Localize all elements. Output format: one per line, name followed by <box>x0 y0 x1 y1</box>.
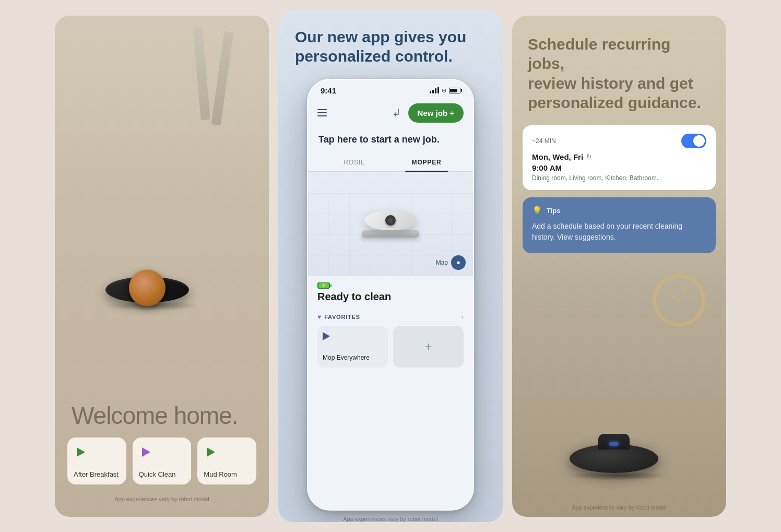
lightning-icon: ⚡ <box>321 282 327 288</box>
chevron-right-icon: › <box>462 313 464 321</box>
clock-hand-hour <box>666 292 680 301</box>
robot-disc-1 <box>129 269 165 306</box>
battery-fill <box>450 89 457 92</box>
fav-label-mud-room: Mud Room <box>204 470 237 478</box>
mopper-pad <box>362 230 419 238</box>
chair-leg-1 <box>211 31 234 125</box>
phone-status-bar: 9:41 ⊛ <box>308 80 473 99</box>
panel3-headline: Schedule recurring jobs, review history … <box>512 34 726 125</box>
panel3-app-note: App experiences vary by robot model <box>512 504 726 511</box>
tab-mopper[interactable]: MOPPER <box>390 153 463 171</box>
tips-text: Add a schedule based on your recent clea… <box>532 221 706 243</box>
panel2-headline: Our new app gives you personalized contr… <box>278 27 503 79</box>
play-icon-quick-clean <box>139 445 153 459</box>
chair-leg-2 <box>193 26 210 120</box>
repeat-icon: ↻ <box>586 153 591 160</box>
fav-item-label-mop: Mop Everywhere <box>323 354 370 361</box>
welcome-text: Welcome home. <box>55 403 269 438</box>
map-label: Map <box>436 259 448 266</box>
lightbulb-icon: 💡 <box>532 206 542 216</box>
fav-card-mud-room[interactable]: Mud Room <box>197 438 256 484</box>
fav-card-quick-clean[interactable]: Quick Clean <box>133 438 192 484</box>
map-pin-icon: ● <box>451 255 466 270</box>
ready-status: Ready to clean <box>317 291 464 303</box>
play-triangle-mud <box>207 447 215 457</box>
tips-header: 💡 Tips <box>532 206 706 216</box>
tab-rosie[interactable]: ROSIE <box>318 153 390 171</box>
clock-decoration <box>653 274 705 326</box>
new-job-button[interactable]: New job + <box>408 103 464 123</box>
mopper-center-dot <box>385 215 396 226</box>
schedule-days-row: Mon, Wed, Fri ↻ <box>532 152 706 161</box>
hamburger-icon[interactable] <box>317 109 327 116</box>
fav-items-row: Mop Everywhere + <box>317 326 464 368</box>
tips-card: 💡 Tips Add a schedule based on your rece… <box>523 197 716 253</box>
tap-hint-text: Tap here to start a new job. <box>308 128 473 153</box>
phone-nav-bar: ↳ New job + <box>308 99 473 128</box>
schedule-days-text: Mon, Wed, Fri <box>532 152 583 161</box>
fav-card-after-breakfast[interactable]: After Breakfast <box>67 438 126 484</box>
robot-vacuum-1 <box>105 277 199 311</box>
panel-welcome: Welcome home. After Breakfast Quick Clea… <box>55 16 269 517</box>
fav-label-quick-clean: Quick Clean <box>139 470 176 478</box>
battery-status-row: ⚡ <box>317 282 464 289</box>
heart-icon: ♥ <box>317 313 321 321</box>
wifi-icon: ⊛ <box>442 87 446 94</box>
panel-schedule: Schedule recurring jobs, review history … <box>512 16 726 517</box>
robot-3 <box>570 444 669 480</box>
mopper-robot-area: Map ● <box>308 172 473 276</box>
panel3-lower <box>512 264 726 517</box>
play-icon-mud-room <box>204 445 218 459</box>
panel-app-control: Our new app gives you personalized contr… <box>278 10 503 522</box>
clock-circle <box>653 274 705 326</box>
battery-charging-icon: ⚡ <box>317 282 330 289</box>
robot-top-3 <box>598 434 630 450</box>
toggle-switch[interactable] <box>681 134 706 148</box>
fav-item-add[interactable]: + <box>393 326 464 368</box>
play-triangle-green <box>77 447 85 457</box>
panel2-app-note: App experiences vary by robot model <box>343 511 438 522</box>
phone-status-section: ⚡ Ready to clean <box>308 276 473 308</box>
phone-mockup: 9:41 ⊛ ↳ New job + Tap here to start a n… <box>307 79 474 511</box>
mopper-robot <box>362 210 419 238</box>
tips-label: Tips <box>547 207 561 215</box>
fav-label-after-breakfast: After Breakfast <box>74 470 119 478</box>
favorites-header[interactable]: ♥ FAVORITES › <box>317 308 464 326</box>
fav-header-left: ♥ FAVORITES <box>317 313 360 321</box>
battery-icon <box>449 88 460 93</box>
signal-bars-icon <box>430 87 439 93</box>
map-button[interactable]: Map ● <box>436 255 466 270</box>
robot-eye-3 <box>609 442 619 446</box>
status-icons: ⊛ <box>430 87 460 94</box>
play-icon-after-breakfast <box>74 445 88 459</box>
panel1-app-note: App experiences vary by robot model <box>55 491 269 502</box>
schedule-rooms: Dining room, Living room, Kitchen, Bathr… <box>532 174 706 182</box>
phone-favorites-section: ♥ FAVORITES › Mop Everywhere + <box>308 308 473 374</box>
clock-hand-minute <box>679 283 689 300</box>
play-icon-mop-everywhere <box>323 332 330 340</box>
fav-header-label: FAVORITES <box>324 314 360 320</box>
favorites-row: After Breakfast Quick Clean Mud Room <box>55 438 269 491</box>
robot-area-1 <box>55 16 269 326</box>
fav-item-mop-everywhere[interactable]: Mop Everywhere <box>317 326 388 368</box>
add-plus-icon: + <box>424 339 432 354</box>
schedule-time: 9:00 AM <box>532 163 706 172</box>
mopper-body <box>364 210 417 230</box>
refresh-icon[interactable]: ↳ <box>392 107 401 119</box>
robot-body-3 <box>570 444 658 473</box>
play-triangle-purple <box>142 447 150 457</box>
schedule-duration: ~24 MIN <box>532 137 556 145</box>
robot-body-1 <box>105 277 189 303</box>
phone-tabs: ROSIE MOPPER <box>308 153 473 172</box>
status-time: 9:41 <box>321 86 336 95</box>
schedule-top-row: ~24 MIN <box>532 134 706 148</box>
schedule-card: ~24 MIN Mon, Wed, Fri ↻ 9:00 AM Dining r… <box>523 125 716 190</box>
